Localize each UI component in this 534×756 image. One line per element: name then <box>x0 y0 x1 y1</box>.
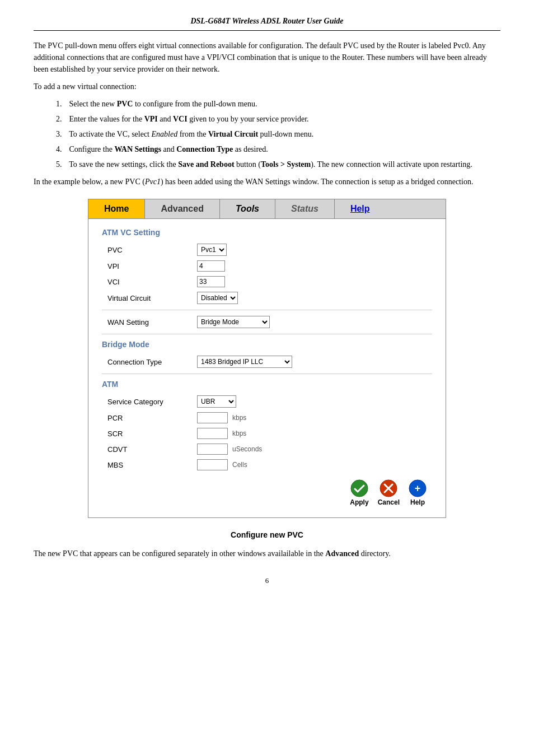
help-label: Help <box>410 498 425 506</box>
figure-caption: Configure new PVC <box>34 529 500 541</box>
cdvt-input[interactable] <box>197 444 228 455</box>
pcr-unit: kbps <box>232 414 246 422</box>
service-category-select[interactable]: UBR CBR VBR <box>197 395 236 408</box>
step-5: 5. To save the new settings, click the S… <box>56 158 500 170</box>
pcr-row: PCR kbps <box>102 412 432 423</box>
router-ui-frame: Home Advanced Tools Status Help ATM VC S… <box>88 199 446 518</box>
footer-para: The new PVC that appears can be configur… <box>34 548 500 559</box>
vpi-control <box>197 260 225 272</box>
intro-para3: In the example below, a new PVC (Pvc1) h… <box>34 176 500 188</box>
bridge-mode-title: Bridge Mode <box>102 340 432 349</box>
virtual-circuit-control: Disabled Enabled <box>197 292 238 304</box>
mbs-input[interactable] <box>197 459 228 470</box>
nav-status[interactable]: Status <box>275 199 335 218</box>
pcr-label: PCR <box>107 414 197 422</box>
help-icon: + <box>409 479 427 497</box>
wan-setting-select[interactable]: Bridge Mode PPPoE PPPoA Static IP Dynami… <box>197 316 270 328</box>
mbs-row: MBS Cells <box>102 459 432 470</box>
nav-help[interactable]: Help <box>335 199 386 218</box>
scr-row: SCR kbps <box>102 428 432 439</box>
atm-vc-section-title: ATM VC Setting <box>102 228 432 237</box>
vpi-input[interactable] <box>197 260 225 272</box>
apply-icon <box>350 479 368 497</box>
service-category-label: Service Category <box>107 398 197 406</box>
vci-row: VCI <box>102 276 432 287</box>
help-button[interactable]: + Help <box>409 479 427 506</box>
svg-point-0 <box>351 480 368 497</box>
button-row: Apply Cancel + Help <box>102 479 432 506</box>
connection-type-row: Connection Type 1483 Bridged IP LLC 1483… <box>102 356 432 368</box>
vci-input[interactable] <box>197 276 225 287</box>
connection-type-select[interactable]: 1483 Bridged IP LLC 1483 Bridged IP VC-M… <box>197 356 292 368</box>
page-title: DSL-G684T Wireless ADSL Router User Guid… <box>34 17 500 31</box>
wan-setting-label: WAN Setting <box>107 318 197 326</box>
virtual-circuit-select[interactable]: Disabled Enabled <box>197 292 238 304</box>
pvc-row: PVC Pvc1 Pvc0 Pvc2 Pvc3 <box>102 244 432 256</box>
intro-para1: The PVC pull-down menu offers eight virt… <box>34 40 500 75</box>
cancel-icon <box>380 479 397 497</box>
mbs-label: MBS <box>107 461 197 469</box>
scr-unit: kbps <box>232 430 246 437</box>
intro-para2: To add a new virtual connection: <box>34 81 500 92</box>
svg-text:+: + <box>415 483 421 494</box>
service-category-row: Service Category UBR CBR VBR <box>102 395 432 408</box>
cancel-button[interactable]: Cancel <box>378 479 400 506</box>
content-area: ATM VC Setting PVC Pvc1 Pvc0 Pvc2 Pvc3 V… <box>88 219 446 517</box>
scr-control: kbps <box>197 428 246 439</box>
step-2: 2. Enter the values for the VPI and VCI … <box>56 113 500 125</box>
steps-list: 1. Select the new PVC to configure from … <box>56 98 500 170</box>
apply-label: Apply <box>350 498 368 506</box>
wan-setting-control: Bridge Mode PPPoE PPPoA Static IP Dynami… <box>197 316 270 328</box>
pcr-input[interactable] <box>197 412 228 423</box>
nav-advanced[interactable]: Advanced <box>145 199 219 218</box>
vci-control <box>197 276 225 287</box>
nav-home[interactable]: Home <box>88 199 145 218</box>
virtual-circuit-row: Virtual Circuit Disabled Enabled <box>102 292 432 304</box>
virtual-circuit-label: Virtual Circuit <box>107 294 197 302</box>
cdvt-label: CDVT <box>107 445 197 454</box>
step-3: 3. To activate the VC, select Enabled fr… <box>56 128 500 140</box>
cancel-label: Cancel <box>378 498 400 506</box>
wan-setting-row: WAN Setting Bridge Mode PPPoE PPPoA Stat… <box>102 316 432 328</box>
nav-bar: Home Advanced Tools Status Help <box>88 199 446 219</box>
vci-label: VCI <box>107 278 197 286</box>
apply-button[interactable]: Apply <box>350 479 368 506</box>
pvc-control: Pvc1 Pvc0 Pvc2 Pvc3 <box>197 244 227 256</box>
service-category-control: UBR CBR VBR <box>197 395 236 408</box>
cdvt-control: uSeconds <box>197 444 262 455</box>
scr-input[interactable] <box>197 428 228 439</box>
connection-type-control: 1483 Bridged IP LLC 1483 Bridged IP VC-M… <box>197 356 292 368</box>
pvc-select[interactable]: Pvc1 Pvc0 Pvc2 Pvc3 <box>197 244 227 256</box>
pcr-control: kbps <box>197 412 246 423</box>
mbs-unit: Cells <box>232 461 247 469</box>
cdvt-row: CDVT uSeconds <box>102 444 432 455</box>
cdvt-unit: uSeconds <box>232 445 262 453</box>
atm-title: ATM <box>102 380 432 389</box>
connection-type-label: Connection Type <box>107 358 197 366</box>
step-4: 4. Configure the WAN Settings and Connec… <box>56 143 500 155</box>
step-1: 1. Select the new PVC to configure from … <box>56 98 500 110</box>
nav-tools[interactable]: Tools <box>220 199 275 218</box>
scr-label: SCR <box>107 430 197 438</box>
pvc-label: PVC <box>107 246 197 254</box>
mbs-control: Cells <box>197 459 247 470</box>
vpi-row: VPI <box>102 260 432 272</box>
vpi-label: VPI <box>107 262 197 270</box>
page-number: 6 <box>34 576 500 585</box>
